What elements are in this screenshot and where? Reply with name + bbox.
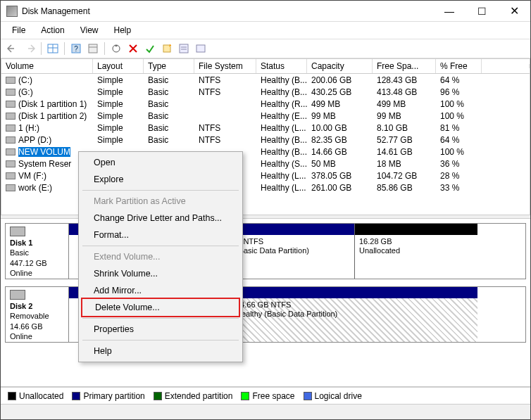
volume-icon [6, 125, 15, 132]
cell-pct: 36 % [436, 159, 482, 169]
forward-button[interactable] [22, 41, 37, 56]
cell-layout: Simple [93, 87, 144, 97]
legend-label: Extended partition [165, 391, 233, 401]
legend: UnallocatedPrimary partitionExtended par… [1, 387, 530, 404]
cell-pct: 33 % [436, 183, 482, 193]
cell-layout: Simple [93, 123, 144, 133]
cell-type: Basic [144, 99, 194, 109]
partition-line: Healthy (Basic Data Partition) [236, 310, 473, 319]
legend-label: Free space [252, 391, 294, 401]
menu-item-change-drive-letter-and-paths[interactable]: Change Drive Letter and Paths... [81, 210, 240, 227]
partition-bar [232, 224, 354, 235]
cell-layout: Simple [93, 111, 144, 121]
menu-help[interactable]: Help [107, 23, 139, 37]
cell-type: Basic [144, 75, 194, 85]
menu-action[interactable]: Action [34, 23, 71, 37]
menu-item-open[interactable]: Open [81, 154, 240, 171]
table-row[interactable]: (Disk 1 partition 2)SimpleBasicHealthy (… [1, 110, 530, 122]
cell-layout: Simple [93, 135, 144, 145]
table-row[interactable]: 1 (H:)SimpleBasicNTFSHealthy (L...10.00 … [1, 122, 530, 134]
disk-type: Basic [10, 248, 29, 257]
cell-fs: NTFS [194, 87, 256, 97]
new-button[interactable] [159, 41, 175, 56]
volume-name: System Reser [18, 159, 71, 169]
disk-status: Online [10, 332, 32, 341]
close-button[interactable]: ✕ [498, 1, 530, 21]
volume-name: (Disk 1 partition 2) [18, 111, 87, 121]
menu-item-add-mirror[interactable]: Add Mirror... [81, 282, 240, 299]
partition-line: (Basic Data Partition) [236, 246, 350, 255]
svg-rect-9 [180, 44, 188, 53]
cell-free: 499 MB [373, 99, 436, 109]
partition-bar [232, 287, 477, 298]
menu-file[interactable]: File [5, 23, 32, 37]
menu-item-explore[interactable]: Explore [81, 171, 240, 188]
partition-line: 14.66 GB NTFS [236, 300, 473, 310]
col-pctfree[interactable]: % Free [436, 59, 482, 73]
apply-button[interactable] [142, 41, 158, 56]
partition-body: B NTFS(Basic Data Partition) [232, 235, 354, 279]
cell-pct: 64 % [436, 75, 482, 85]
cell-layout: Simple [93, 75, 144, 85]
settings-button[interactable] [85, 41, 101, 56]
table-row[interactable]: (C:)SimpleBasicNTFSHealthy (B...200.06 G… [1, 74, 530, 86]
details-view-button[interactable] [45, 41, 61, 56]
menu-separator [82, 340, 239, 341]
help-button[interactable]: ? [68, 41, 84, 56]
volume-icon [6, 89, 15, 96]
maximize-button[interactable]: ☐ [466, 1, 498, 21]
cell-free: 104.72 GB [373, 171, 436, 181]
partition[interactable]: 14.66 GB NTFSHealthy (Basic Data Partiti… [231, 287, 477, 342]
cell-status: Healthy (B... [256, 135, 307, 145]
cell-status: Healthy (B... [256, 147, 307, 157]
volume-icon [6, 136, 15, 144]
svg-rect-5 [89, 44, 97, 53]
legend-item: Free space [241, 391, 294, 401]
volume-name-cell: (Disk 1 partition 2) [1, 111, 93, 121]
refresh-button[interactable] [108, 41, 124, 56]
col-capacity[interactable]: Capacity [307, 59, 373, 73]
menu-item-shrink-volume[interactable]: Shrink Volume... [81, 265, 240, 282]
col-type[interactable]: Type [144, 59, 194, 73]
table-row[interactable]: (G:)SimpleBasicNTFSHealthy (B...430.25 G… [1, 86, 530, 98]
context-menu: OpenExploreMark Partition as ActiveChang… [78, 151, 243, 362]
partition[interactable]: 16.28 GBUnallocated [354, 224, 477, 279]
menu-item-help[interactable]: Help [81, 343, 240, 359]
menu-item-properties[interactable]: Properties [81, 321, 240, 338]
col-layout[interactable]: Layout [93, 59, 144, 73]
col-freespace[interactable]: Free Spa... [373, 59, 436, 73]
menu-item-delete-volume[interactable]: Delete Volume... [82, 299, 239, 316]
partition-line: B NTFS [236, 237, 350, 246]
svg-rect-12 [196, 45, 205, 52]
properties-button[interactable] [176, 41, 192, 56]
cell-pct: 64 % [436, 135, 482, 145]
cell-cap: 200.06 GB [307, 75, 373, 85]
titlebar: Disk Management — ☐ ✕ [1, 1, 530, 22]
window-title: Disk Management [22, 6, 433, 16]
delete-button[interactable] [125, 41, 141, 56]
disk-info: Disk 1Basic447.12 GBOnline [6, 224, 69, 279]
back-button[interactable] [5, 41, 20, 56]
col-volume[interactable]: Volume [1, 59, 93, 73]
table-row[interactable]: APP (D:)SimpleBasicNTFSHealthy (B...82.3… [1, 134, 530, 146]
col-filesystem[interactable]: File System [194, 59, 256, 73]
cell-free: 52.77 GB [373, 135, 436, 145]
cell-pct: 96 % [436, 87, 482, 97]
cell-cap: 261.00 GB [307, 183, 373, 193]
partition-body: 16.28 GBUnallocated [355, 235, 477, 279]
legend-item: Logical drive [304, 391, 362, 401]
menu-item-format[interactable]: Format... [81, 227, 240, 243]
partition-line: 16.28 GB [359, 237, 473, 246]
menu-view[interactable]: View [73, 23, 106, 37]
minimize-button[interactable]: — [433, 1, 466, 21]
cell-free: 14.61 GB [373, 147, 436, 157]
partition[interactable]: B NTFS(Basic Data Partition) [231, 224, 354, 279]
cell-cap: 499 MB [307, 99, 373, 109]
col-status[interactable]: Status [256, 59, 307, 73]
disk-name: Disk 1 [10, 238, 32, 247]
volume-icon [6, 172, 15, 179]
volume-name: 1 (H:) [18, 123, 39, 133]
list-button[interactable] [193, 41, 208, 56]
table-row[interactable]: (Disk 1 partition 1)SimpleBasicHealthy (… [1, 98, 530, 110]
volume-icon [6, 184, 15, 191]
